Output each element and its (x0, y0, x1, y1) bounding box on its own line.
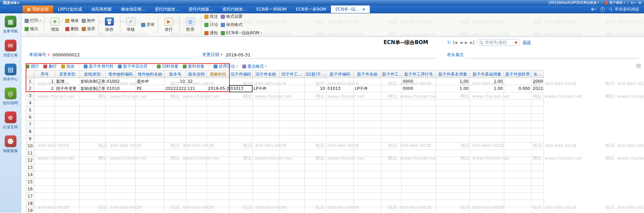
cell[interactable] (279, 121, 305, 128)
cell[interactable] (136, 121, 164, 128)
cell[interactable] (186, 107, 207, 114)
cell[interactable] (436, 186, 470, 193)
cell[interactable] (381, 114, 402, 121)
row-index[interactable]: 12 (26, 157, 35, 164)
cell[interactable] (106, 99, 136, 107)
cell[interactable]: 0000 (402, 85, 436, 92)
cell[interactable]: 2019-05-31 (207, 85, 229, 92)
cell[interactable] (279, 186, 305, 193)
cell[interactable] (354, 157, 381, 164)
cell[interactable] (504, 178, 532, 186)
cell[interactable] (229, 78, 253, 85)
header-remark-value[interactable] (465, 52, 639, 58)
inspect-button[interactable]: ◎ 联查 (182, 17, 199, 32)
cell[interactable] (55, 92, 80, 99)
cell[interactable] (326, 150, 354, 157)
cell[interactable] (279, 150, 305, 157)
cell[interactable] (186, 150, 207, 157)
cell[interactable] (55, 171, 80, 178)
cell[interactable] (35, 178, 55, 186)
column-header-旧子件编码[interactable]: 旧子件编码 (229, 71, 253, 78)
cell[interactable] (106, 157, 136, 164)
cell[interactable] (35, 121, 55, 128)
column-header-新子件工序行号[interactable]: 新子件工序行号 (402, 71, 436, 78)
cell[interactable] (55, 186, 80, 193)
close-icon[interactable]: ✖ (362, 8, 365, 11)
cell[interactable] (186, 186, 207, 193)
cell[interactable] (305, 99, 326, 107)
cell[interactable]: 1.00 (436, 85, 470, 92)
cell[interactable] (436, 107, 470, 114)
account-selector[interactable]: [005]defaultLRP需求测试账套 ▾ (549, 0, 599, 5)
unaudit-button[interactable]: 弃审 (141, 22, 155, 28)
cell[interactable] (326, 128, 354, 135)
row-index[interactable]: 10 (26, 143, 35, 150)
cell[interactable] (402, 99, 436, 107)
cell[interactable] (55, 143, 80, 150)
tab-5[interactable]: 委托代销发… (150, 5, 184, 13)
cell[interactable] (470, 114, 504, 121)
grid-toolbar-旧料存量[interactable]: 旧料存量 (157, 64, 178, 69)
cell[interactable] (532, 107, 544, 114)
cell[interactable] (305, 157, 326, 164)
cell[interactable] (207, 78, 229, 85)
cell[interactable] (326, 157, 354, 164)
row-index-header[interactable] (26, 71, 35, 78)
cell[interactable] (436, 114, 470, 121)
cell[interactable] (136, 99, 164, 107)
cell[interactable] (229, 171, 253, 178)
cell[interactable] (504, 186, 532, 193)
cell[interactable] (186, 135, 207, 143)
cell[interactable] (305, 200, 326, 207)
cell[interactable] (470, 121, 504, 128)
cell[interactable] (504, 128, 532, 135)
cell[interactable] (305, 107, 326, 114)
column-header-变更类型[interactable]: 变更类型 (55, 71, 80, 78)
row-index[interactable]: 2 (26, 85, 35, 92)
cell[interactable] (354, 135, 381, 143)
cell[interactable] (436, 164, 470, 171)
cell[interactable] (402, 200, 436, 207)
cell[interactable] (470, 157, 504, 164)
sidebar-item-报表中心[interactable]: ▤报表中心 (0, 64, 21, 88)
cell[interactable] (279, 164, 305, 171)
cell[interactable] (305, 121, 326, 128)
cell[interactable] (55, 121, 80, 128)
column-header-母件物料名称[interactable]: 母件物料名称 (136, 71, 164, 78)
tab-1[interactable]: ▦我的桌面 (23, 5, 53, 13)
cell[interactable] (402, 121, 436, 128)
cell[interactable] (354, 193, 381, 200)
cell[interactable]: LP子件 (253, 85, 279, 92)
cell[interactable] (229, 107, 253, 114)
cell[interactable] (207, 92, 229, 99)
cell[interactable] (504, 92, 532, 99)
cell[interactable] (402, 114, 436, 121)
cell[interactable] (279, 193, 305, 200)
cell[interactable] (55, 178, 80, 186)
cell[interactable] (186, 121, 207, 128)
column-header-旧子件名称[interactable]: 旧子件名称 (253, 71, 279, 78)
cell[interactable]: 2022- (532, 85, 544, 92)
cell[interactable] (436, 143, 470, 150)
cell[interactable] (532, 171, 544, 178)
cell[interactable] (279, 207, 305, 213)
cell[interactable] (354, 164, 381, 171)
cell[interactable] (326, 178, 354, 186)
tab-8[interactable]: ECN单一单BOM (252, 5, 292, 13)
cell[interactable] (436, 171, 470, 178)
cell[interactable] (354, 207, 381, 213)
cell[interactable] (35, 114, 55, 121)
cell[interactable] (532, 121, 544, 128)
annotate-button[interactable]: 批注 (204, 14, 218, 19)
cell[interactable] (532, 135, 544, 143)
cell[interactable] (80, 92, 106, 99)
customer-service-button[interactable]: 客户服务 ▾ (605, 0, 625, 5)
cell[interactable] (326, 171, 354, 178)
grid-toolbar-排序定位[interactable]: 排序定位▾ (214, 64, 238, 69)
cell[interactable] (279, 178, 305, 186)
cell[interactable] (402, 171, 436, 178)
cell[interactable] (504, 143, 532, 150)
cell[interactable]: 1.00 (436, 78, 470, 85)
cell[interactable] (381, 178, 402, 186)
cell[interactable] (436, 121, 470, 128)
